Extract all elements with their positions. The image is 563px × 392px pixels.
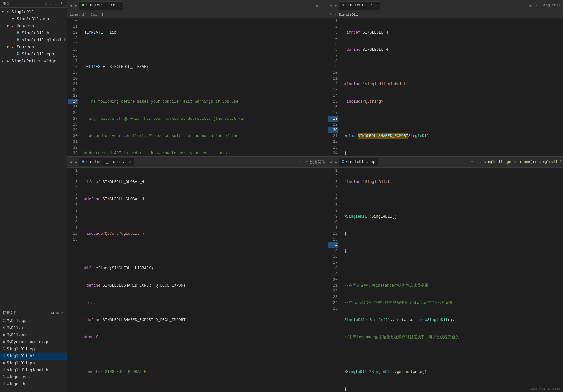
file-open-collapse-icon[interactable]: ⊟	[51, 310, 54, 316]
tab-label-gh: singledll_global.h	[85, 160, 127, 164]
file-open-close-icon[interactable]: ✕	[61, 310, 64, 316]
code-line: #endif	[84, 334, 327, 340]
nav-fwd-btn2[interactable]: ▶	[334, 3, 339, 8]
editor-breadcrumb-icon[interactable]: SingleDll	[540, 3, 562, 8]
nav-back-btn3[interactable]: ◀	[68, 159, 73, 165]
editor-split-icon2[interactable]: ⊟	[528, 3, 533, 8]
editor-hash-icon2[interactable]: #	[304, 159, 309, 165]
sidebar-expand-icon[interactable]: ⊞	[54, 1, 58, 6]
cpp-icon: C	[3, 319, 5, 323]
main-container: 项目 ⊞ ⊟ ⊞ ⋮ ▼ ◈ SingleDll ▶ ■ SingleDll.p…	[0, 0, 563, 392]
sidebar: 项目 ⊞ ⊟ ⊞ ⋮ ▼ ◈ SingleDll ▶ ■ SingleDll.p…	[0, 0, 67, 392]
code-line	[344, 64, 563, 70]
file-open-singledll-pro[interactable]: ■ SingleDll.pro	[0, 360, 67, 367]
code-editor-bottom-left[interactable]: 12345 678910 111213 #ifndef SINGLEDLL_GL…	[67, 168, 327, 392]
code-line: #if defined(SINGLEDLL_LIBRARY)	[84, 265, 327, 271]
tree-item-singledll-cpp[interactable]: ▶ C SingleDll.cpp	[0, 50, 67, 58]
tree-item-headers[interactable]: ▼ ▸ Headers	[0, 22, 67, 29]
file-open-header-icons: ⊟ ⊞ ✕	[51, 310, 64, 316]
code-line	[84, 386, 327, 392]
tree-item-singledll-pro[interactable]: ▶ ■ SingleDll.pro	[0, 15, 67, 22]
nav-back-btn4[interactable]: ◀	[328, 159, 333, 165]
code-line: #define SINGLEDLL_GLOBAL_H	[84, 196, 327, 202]
line-numbers-bottom-left: 12345 678910 111213	[67, 168, 80, 392]
code-line: }	[344, 248, 563, 254]
code-line: #include <QtCore/qglobal.h>	[84, 231, 327, 237]
pro-icon: ■	[3, 333, 5, 337]
code-editor-bottom-right[interactable]: 12345 678910 11121314 1516171819 2021222…	[327, 168, 563, 392]
nav-fwd-btn[interactable]: ▶	[74, 3, 79, 8]
sidebar-title: 项目	[3, 1, 10, 6]
code-line: #include "SingleDll.h"	[344, 179, 563, 185]
code-content-top-right: 12345 678910 1112131415 161718 1920 2122…	[327, 18, 563, 156]
tab-close-gh[interactable]: ✕	[128, 160, 132, 164]
code-content-top-left: 10111213 14151617 18192021 222324 252627…	[67, 18, 327, 156]
editor-close-icon[interactable]: ✕	[321, 3, 325, 8]
code-line: #ifndef SINGLEDLL_GLOBAL_H	[84, 179, 327, 185]
nav-fwd-btn3[interactable]: ▶	[74, 159, 79, 165]
file-open-singledll-cpp[interactable]: C SingleDll.cpp	[0, 346, 67, 353]
code-editor-top-left[interactable]: 10111213 14151617 18192021 222324 252627…	[67, 18, 327, 156]
tree-item-sources[interactable]: ▼ ▸ Sources	[0, 43, 67, 50]
sidebar-collapse-icon[interactable]: ⊟	[49, 1, 53, 6]
editor-pane-top-right: ◀ ▶ H SingleDll.h* ✕ ⊟ # SingleDll #	[327, 0, 563, 156]
nav-fwd-btn4[interactable]: ▶	[334, 159, 339, 165]
tab-bar-bottom-left: ◀ ▶ H singledll_global.h ✕ ⊟ # 没有符号	[67, 157, 327, 168]
sidebar-filter-icon[interactable]: ⊞	[44, 1, 48, 6]
file-open-section: 打开文件 ⊟ ⊞ ✕ C MyDll.cpp H MyDll.h ■	[0, 309, 67, 392]
tree-label-singlepatternwidget: SinglePatternWidget	[11, 59, 59, 64]
sidebar-header-icons: ⊞ ⊟ ⊞ ⋮	[44, 1, 64, 6]
file-open-mydll-cpp[interactable]: C MyDll.cpp	[0, 318, 67, 325]
tab-label-h: SingleDll.h*	[345, 3, 373, 8]
editor-hash-icon[interactable]: #	[534, 3, 539, 8]
file-open-label: MyDll.h	[7, 326, 23, 330]
cpp-file-icon: C	[15, 52, 20, 56]
file-open-mydll-pro[interactable]: ■ MyDll.pro	[0, 332, 67, 339]
file-open-label: widget.cpp	[7, 375, 30, 380]
editor-pane-bottom-right: ◀ ▶ C SingleDll.cpp ⊟ ⟨⟩ SingleDll::getI…	[327, 157, 563, 392]
project-icon: ◈	[5, 10, 10, 14]
tab-icon-cpp: C	[342, 160, 344, 164]
code-line: # define SINGLEDLLSHARED_EXPORT Q_DECL_I…	[84, 317, 327, 323]
code-line	[84, 47, 327, 53]
code-line: TEMPLATE = lib	[84, 30, 327, 35]
line-numbers-bottom-right: 12345 678910 11121314 1516171819 2021222…	[327, 168, 340, 392]
file-open-title: 打开文件	[3, 311, 17, 315]
file-open-mydynamicloading-pro[interactable]: ■ MyDynamicLoading.pro	[0, 339, 67, 346]
file-open-widget-cpp[interactable]: C widget.cpp	[0, 374, 67, 381]
tab-close-h[interactable]: ✕	[374, 4, 378, 8]
tab-icon-h: H	[342, 3, 344, 8]
tab-singledll-cpp[interactable]: C SingleDll.cpp	[339, 158, 378, 166]
pro-icon3: ■	[3, 361, 5, 365]
tab-close-pro[interactable]: ✕	[117, 4, 120, 8]
tab-singledll-global-h[interactable]: H singledll_global.h ✕	[79, 158, 134, 166]
sidebar-more-icon[interactable]: ⋮	[59, 1, 64, 6]
breadcrumb-sep: ›	[334, 13, 337, 17]
editor-split-icon4[interactable]: ⊟	[470, 159, 475, 165]
pro-icon2: ■	[3, 340, 5, 344]
nav-back-btn2[interactable]: ◀	[328, 3, 333, 8]
code-line: //由于instance的初始化是在编译时就完成了，所以是线程安全的	[344, 334, 563, 340]
nav-back-btn[interactable]: ◀	[68, 3, 73, 8]
file-open-singledll-h[interactable]: H SingleDll.h*	[0, 353, 67, 360]
editor-split-icon3[interactable]: ⊟	[298, 159, 303, 165]
line-numbers-top-right: 12345 678910 1112131415 161718 1920 2122…	[327, 18, 340, 156]
tree-item-singledll-global-h[interactable]: ▶ H singledll_global.h	[0, 36, 67, 43]
h-icon2: H	[3, 354, 5, 358]
tree-item-singledll[interactable]: ▼ ◈ SingleDll	[0, 8, 67, 15]
editor-fn-icon[interactable]: ⟨⟩	[476, 159, 483, 165]
cpp-icon3: C	[3, 375, 5, 380]
editor-split-icon[interactable]: ⊟	[315, 3, 320, 8]
file-open-label: MyDynamicLoading.pro	[7, 340, 53, 344]
tree-item-singlepatternwidget[interactable]: ▶ ◈ SinglePatternWidget	[0, 58, 67, 65]
tab-singledll-pro[interactable]: ■ SingleDll.pro ✕	[79, 1, 123, 10]
file-open-layout-icon[interactable]: ⊞	[56, 310, 59, 316]
tree-item-singledll-h[interactable]: ▶ H SingleDll.h	[0, 29, 67, 36]
tab-label-cpp: SingleDll.cpp	[345, 160, 375, 164]
file-open-mydll-h[interactable]: H MyDll.h	[0, 325, 67, 332]
code-editor-top-right[interactable]: 12345 678910 1112131415 161718 1920 2122…	[327, 18, 563, 156]
tab-label: SingleDll.pro	[85, 3, 115, 8]
file-open-singledll-global-h[interactable]: H singledll_global.h	[0, 367, 67, 374]
file-open-widget-h[interactable]: H widget.h	[0, 381, 67, 388]
tab-singledll-h[interactable]: H SingleDll.h* ✕	[339, 1, 380, 10]
